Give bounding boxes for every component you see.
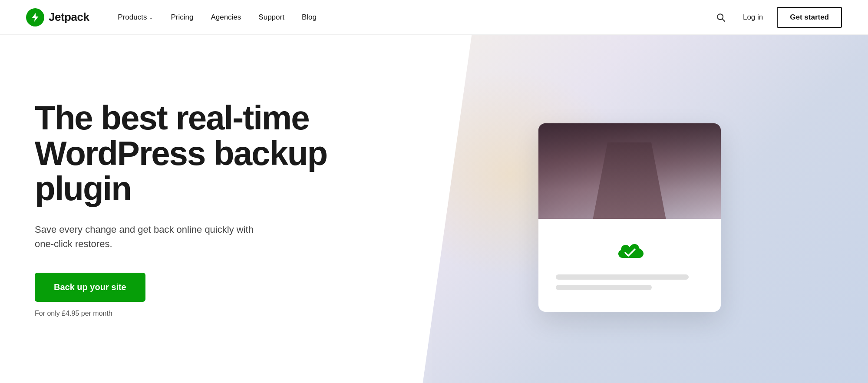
progress-bar-2: [556, 285, 652, 290]
cta-button[interactable]: Back up your site: [35, 273, 145, 302]
hero-subtitle: Save every change and get back online qu…: [35, 222, 261, 251]
progress-bar-1: [556, 274, 689, 280]
hero-section: The best real-time WordPress backup plug…: [0, 35, 868, 383]
search-icon: [716, 13, 726, 22]
main-nav: Products ⌄ Pricing Agencies Support Blog: [111, 10, 713, 25]
backup-card-mockup: [538, 123, 721, 312]
cloud-check-icon: [612, 236, 647, 264]
login-link[interactable]: Log in: [738, 10, 768, 25]
logo-icon: [26, 8, 44, 26]
logo-link[interactable]: Jetpack: [26, 8, 89, 26]
svg-line-1: [723, 19, 725, 21]
brand-name: Jetpack: [49, 10, 89, 24]
get-started-button[interactable]: Get started: [777, 7, 842, 28]
price-note: For only £4.95 per month: [35, 310, 356, 317]
hero-content: The best real-time WordPress backup plug…: [0, 35, 391, 383]
nav-item-products[interactable]: Products ⌄: [111, 10, 160, 25]
header: Jetpack Products ⌄ Pricing Agencies Supp…: [0, 0, 868, 35]
nav-item-blog[interactable]: Blog: [295, 10, 323, 25]
card-progress-bars: [556, 274, 703, 290]
card-image: [538, 123, 721, 219]
header-actions: Log in Get started: [713, 7, 842, 28]
hero-visual: [391, 35, 868, 383]
hero-title: The best real-time WordPress backup plug…: [35, 100, 356, 207]
search-button[interactable]: [713, 9, 729, 26]
card-content: [538, 219, 721, 312]
nav-item-support[interactable]: Support: [251, 10, 291, 25]
nav-item-agencies[interactable]: Agencies: [204, 10, 248, 25]
cloud-checkmark-svg: [612, 236, 647, 264]
jetpack-bolt-icon: [30, 12, 40, 23]
chevron-down-icon: ⌄: [149, 14, 153, 20]
nav-item-pricing[interactable]: Pricing: [164, 10, 200, 25]
